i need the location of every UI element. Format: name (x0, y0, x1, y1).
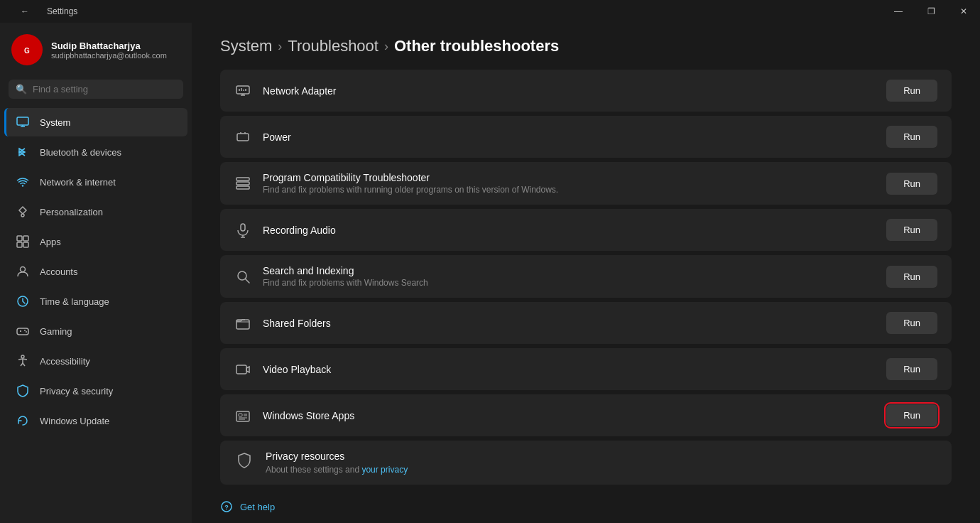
svg-point-17 (26, 331, 27, 333)
privacy-link1[interactable]: your privacy (361, 465, 408, 475)
sidebar-item-label-accounts: Accounts (40, 266, 77, 277)
run-button-shared-folders[interactable]: Run (886, 312, 937, 334)
ts-info-program-compat: Program Compatibility Troubleshooter Fin… (263, 172, 875, 195)
ts-title-video-playback: Video Playback (263, 364, 875, 375)
svg-point-11 (21, 267, 26, 272)
sidebar-item-accounts[interactable]: Accounts (4, 257, 187, 286)
search-input[interactable] (33, 84, 176, 95)
privacy-resources-row: Privacy resources About these settings a… (220, 441, 952, 485)
ts-row-windows-store-apps: Windows Store Apps Run (220, 394, 952, 436)
privacy-resources-icon (234, 451, 254, 470)
sidebar-item-label-gaming: Gaming (40, 326, 72, 337)
svg-point-18 (21, 355, 24, 358)
breadcrumb-system[interactable]: System (220, 37, 272, 55)
maximize-button[interactable]: ❐ (915, 0, 947, 23)
video-playback-icon (234, 361, 251, 378)
ts-title-search-indexing: Search and Indexing (263, 265, 875, 276)
ts-title-program-compat: Program Compatibility Troubleshooter (263, 172, 875, 183)
get-help-label: Get help (240, 502, 275, 512)
sidebar-item-gaming[interactable]: Gaming (4, 317, 187, 345)
titlebar-left: ← Settings (9, 0, 77, 23)
run-button-recording-audio[interactable]: Run (886, 219, 937, 241)
shared-folders-icon (234, 315, 251, 332)
titlebar-controls: — ❐ ✕ (882, 0, 980, 23)
svg-rect-39 (236, 411, 249, 421)
svg-point-5 (22, 185, 23, 186)
user-section: G Sudip Bhattacharjya sudipbhattacharjya… (0, 23, 192, 74)
ts-info-shared-folders: Shared Folders (263, 318, 875, 329)
svg-rect-38 (236, 365, 246, 374)
run-button-program-compat[interactable]: Run (886, 173, 937, 195)
run-button-network-adapter[interactable]: Run (886, 80, 937, 102)
svg-rect-7 (17, 236, 22, 241)
run-button-search-indexing[interactable]: Run (886, 266, 937, 288)
recording-audio-icon (234, 222, 251, 239)
search-icon: 🔍 (16, 84, 27, 95)
sidebar-item-label-personalization: Personalization (40, 207, 103, 217)
minimize-button[interactable]: — (882, 0, 915, 23)
sidebar-item-system[interactable]: System (4, 108, 187, 136)
sidebar-item-apps[interactable]: Apps (4, 227, 187, 256)
update-icon (16, 414, 30, 428)
sidebar-item-label-accessibility: Accessibility (40, 356, 90, 367)
sidebar-item-update[interactable]: Windows Update (4, 406, 187, 435)
get-help-row[interactable]: ? Get help (192, 489, 980, 513)
run-button-power[interactable]: Run (886, 126, 937, 148)
svg-rect-8 (23, 236, 28, 241)
titlebar: ← Settings — ❐ ✕ (0, 0, 980, 23)
troubleshooter-list: Network Adapter Run Power Run (192, 70, 980, 485)
sidebar-item-label-time: Time & language (40, 296, 109, 307)
run-button-windows-store-apps[interactable]: Run (886, 404, 937, 426)
ts-row-search-indexing: Search and Indexing Find and fix problem… (220, 255, 952, 298)
svg-text:G: G (24, 47, 30, 55)
sidebar-item-label-apps: Apps (40, 237, 61, 247)
search-box[interactable]: 🔍 (9, 80, 183, 99)
sidebar-item-label-bluetooth: Bluetooth & devices (40, 147, 121, 158)
breadcrumb-troubleshoot[interactable]: Troubleshoot (288, 37, 379, 55)
privacy-links: About these settings and your privacy (266, 465, 937, 475)
sidebar: G Sudip Bhattacharjya sudipbhattacharjya… (0, 23, 192, 523)
sidebar-item-network[interactable]: Network & internet (4, 168, 187, 196)
privacy-resources-title: Privacy resources (266, 451, 937, 462)
ts-info-power: Power (263, 131, 875, 143)
sidebar-item-personalization[interactable]: Personalization (4, 198, 187, 226)
svg-rect-2 (17, 117, 28, 125)
search-indexing-icon (234, 268, 251, 285)
privacy-resources-info: Privacy resources About these settings a… (266, 451, 937, 475)
system-icon (16, 115, 30, 129)
back-button[interactable]: ← (9, 0, 41, 23)
network-adapter-icon (234, 82, 251, 99)
close-button[interactable]: ✕ (947, 0, 980, 23)
svg-rect-19 (236, 86, 249, 94)
ts-title-windows-store-apps: Windows Store Apps (263, 410, 875, 421)
privacy-text1: About these settings and (266, 465, 361, 475)
ts-info-network-adapter: Network Adapter (263, 85, 875, 97)
ts-row-program-compat: Program Compatibility Troubleshooter Fin… (220, 162, 952, 205)
privacy-icon (16, 384, 30, 398)
ts-title-shared-folders: Shared Folders (263, 318, 875, 329)
program-compat-icon (234, 175, 251, 192)
ts-title-network-adapter: Network Adapter (263, 85, 875, 97)
ts-info-recording-audio: Recording Audio (263, 225, 875, 236)
svg-rect-29 (236, 178, 249, 180)
accounts-icon (16, 264, 30, 279)
network-icon (16, 175, 30, 189)
svg-point-6 (21, 214, 24, 217)
ts-title-power: Power (263, 131, 875, 143)
sidebar-item-accessibility[interactable]: Accessibility (4, 347, 187, 375)
run-button-video-playback[interactable]: Run (886, 358, 937, 380)
avatar: G (11, 34, 43, 65)
sidebar-item-time[interactable]: Time & language (4, 287, 187, 316)
sidebar-item-label-update: Windows Update (40, 416, 109, 426)
sidebar-item-bluetooth[interactable]: Bluetooth & devices (4, 138, 187, 166)
svg-rect-9 (17, 242, 22, 247)
svg-point-16 (24, 330, 26, 331)
svg-text:?: ? (224, 504, 229, 511)
power-icon (234, 129, 251, 146)
sidebar-item-privacy[interactable]: Privacy & security (4, 377, 187, 405)
ts-title-recording-audio: Recording Audio (263, 225, 875, 236)
ts-desc-search-indexing: Find and fix problems with Windows Searc… (263, 278, 875, 288)
get-help-icon: ? (220, 500, 233, 513)
breadcrumb-sep-1: › (278, 39, 282, 54)
windows-store-apps-icon (234, 407, 251, 424)
